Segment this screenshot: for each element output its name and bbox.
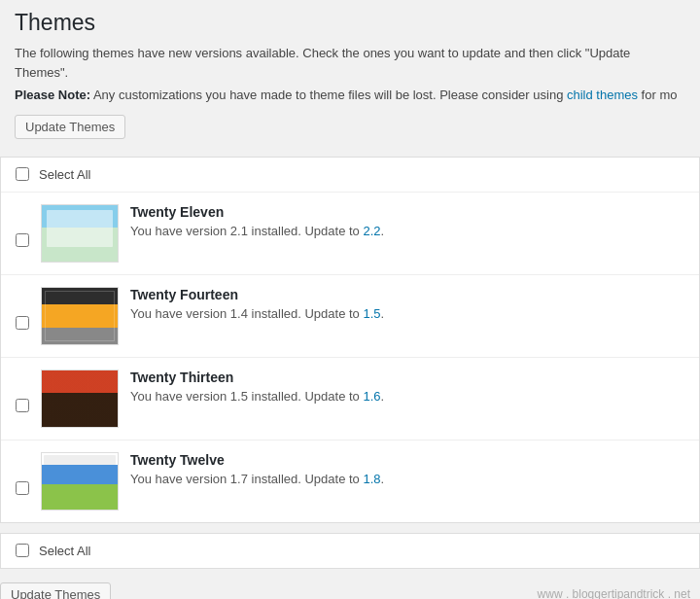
theme-name-1: Twenty Fourteen	[130, 287, 684, 302]
select-all-label-top[interactable]: Select All	[39, 167, 90, 182]
theme-version-3: You have version 1.7 installed. Update t…	[130, 472, 684, 486]
theme-name-0: Twenty Eleven	[130, 204, 684, 220]
theme-name-3: Twenty Twelve	[130, 452, 684, 468]
theme-info-3: Twenty Twelve You have version 1.7 insta…	[130, 452, 684, 486]
theme-update-link-0[interactable]: 2.2	[363, 224, 380, 238]
theme-item: Twenty Twelve You have version 1.7 insta…	[1, 440, 699, 522]
select-all-row-bottom: Select All	[0, 533, 700, 569]
theme-item: Twenty Eleven You have version 2.1 insta…	[1, 193, 699, 275]
theme-update-link-3[interactable]: 1.8	[363, 472, 380, 486]
theme-name-2: Twenty Thirteen	[130, 370, 684, 385]
themes-list: Twenty Eleven You have version 2.1 insta…	[1, 193, 699, 522]
page-title: Themes	[15, 10, 685, 36]
notice-warning-suffix: for mo	[642, 88, 678, 102]
main-wrap: Themes The following themes have new ver…	[0, 0, 700, 599]
child-themes-link[interactable]: child themes	[567, 88, 638, 102]
theme-thumbnail-2	[41, 370, 119, 428]
theme-version-2: You have version 1.5 installed. Update t…	[130, 389, 684, 404]
theme-version-0: You have version 2.1 installed. Update t…	[130, 224, 684, 238]
update-themes-button-top[interactable]: Update Themes	[15, 115, 125, 139]
theme-checkbox-0[interactable]	[16, 233, 29, 247]
notice-warning-strong: Please Note:	[15, 88, 90, 102]
theme-info-2: Twenty Thirteen You have version 1.5 ins…	[130, 370, 684, 404]
theme-item: Twenty Thirteen You have version 1.5 ins…	[1, 358, 699, 440]
theme-checkbox-3[interactable]	[16, 481, 29, 495]
select-all-label-bottom[interactable]: Select All	[39, 544, 90, 558]
watermark: www . bloggertipandtrick . net	[538, 587, 700, 599]
theme-thumbnail-3	[41, 452, 119, 511]
theme-thumbnail-0	[41, 204, 119, 263]
themes-list-container: Select All Twenty Eleven You have versio…	[0, 157, 700, 523]
footer-bar: Update Themes www . bloggertipandtrick .…	[0, 579, 700, 600]
theme-info-0: Twenty Eleven You have version 2.1 insta…	[130, 204, 684, 238]
theme-checkbox-1[interactable]	[16, 316, 29, 330]
notice-warning: Please Note: Any customizations you have…	[15, 86, 685, 105]
select-all-checkbox-top[interactable]	[16, 167, 29, 181]
theme-info-1: Twenty Fourteen You have version 1.4 ins…	[130, 287, 684, 321]
update-themes-button-bottom[interactable]: Update Themes	[0, 582, 111, 600]
theme-checkbox-2[interactable]	[16, 399, 29, 412]
page-header: Themes The following themes have new ver…	[0, 0, 700, 147]
theme-thumbnail-1	[41, 287, 119, 345]
notice-info: The following themes have new versions a…	[15, 44, 685, 82]
select-all-checkbox-bottom[interactable]	[16, 544, 29, 557]
theme-update-link-2[interactable]: 1.6	[363, 389, 380, 404]
notice-warning-body: Any customizations you have made to them…	[93, 88, 567, 102]
bottom-section: Select All Update Themes www . bloggerti…	[0, 523, 700, 600]
theme-item: Twenty Fourteen You have version 1.4 ins…	[1, 275, 699, 358]
theme-version-1: You have version 1.4 installed. Update t…	[130, 306, 684, 321]
theme-update-link-1[interactable]: 1.5	[363, 306, 380, 321]
select-all-row-top: Select All	[1, 158, 699, 193]
